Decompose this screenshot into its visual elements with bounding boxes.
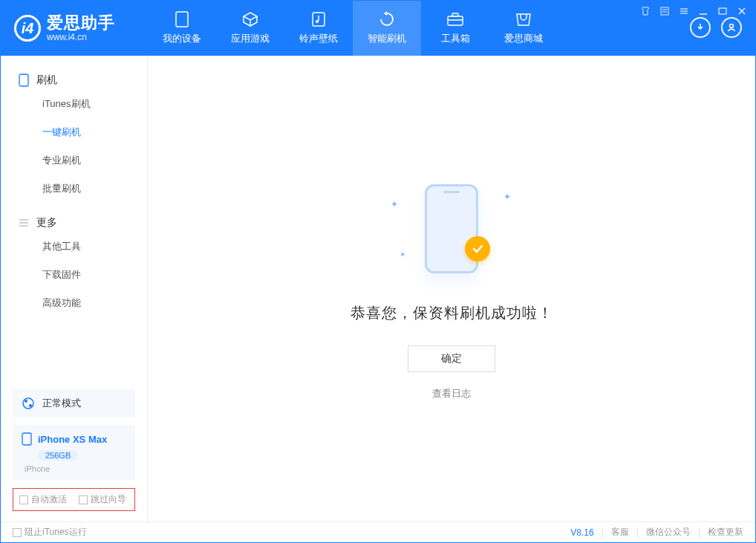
tab-toolbox[interactable]: 工具箱 <box>421 1 489 56</box>
phone-outline-icon <box>19 74 29 87</box>
sidebar-item-batch-flash[interactable]: 批量刷机 <box>1 175 147 203</box>
menu-icon[interactable] <box>659 5 671 17</box>
minimize-button[interactable] <box>697 5 709 17</box>
section-label: 更多 <box>36 216 57 230</box>
body: 刷机 iTunes刷机 一键刷机 专业刷机 批量刷机 更多 其他工具 下载固件 … <box>1 56 755 521</box>
success-illustration: ✦ ✦ ✦ <box>385 177 518 281</box>
svg-rect-17 <box>19 74 28 86</box>
music-icon <box>308 11 329 27</box>
tab-store[interactable]: 爱思商城 <box>489 1 558 56</box>
ok-button[interactable]: 确定 <box>408 345 495 372</box>
refresh-icon <box>377 11 397 27</box>
cube-icon <box>240 11 261 27</box>
status-right: V8.16 | 客服 | 微信公众号 | 检查更新 <box>570 526 743 539</box>
wechat-link[interactable]: 微信公众号 <box>646 526 691 539</box>
sidebar-item-pro-flash[interactable]: 专业刷机 <box>1 146 147 175</box>
list-icon <box>19 218 29 228</box>
support-link[interactable]: 客服 <box>611 526 629 539</box>
phone-icon <box>172 11 192 27</box>
status-left: 阻止iTunes运行 <box>13 526 87 539</box>
sidebar-section-flash: 刷机 <box>1 68 147 90</box>
user-button[interactable] <box>721 17 742 38</box>
separator: | <box>698 527 700 538</box>
svg-rect-13 <box>719 8 726 14</box>
svg-rect-6 <box>661 7 668 15</box>
list-icon[interactable] <box>678 5 690 17</box>
sidebar-item-download-firmware[interactable]: 下载固件 <box>1 261 147 289</box>
header-right <box>639 1 755 56</box>
auto-activate-label: 自动激活 <box>31 494 67 504</box>
sidebar-item-itunes-flash[interactable]: iTunes刷机 <box>1 90 147 118</box>
check-badge-icon <box>465 236 490 261</box>
tabs: 我的设备 应用游戏 铃声壁纸 智能刷机 工具箱 爱思商城 <box>148 1 558 56</box>
status-bar: 阻止iTunes运行 V8.16 | 客服 | 微信公众号 | 检查更新 <box>1 521 755 542</box>
svg-point-22 <box>25 400 27 403</box>
main-content: ✦ ✦ ✦ 恭喜您，保资料刷机成功啦！ 确定 查看日志 <box>148 56 755 521</box>
view-log-link[interactable]: 查看日志 <box>432 387 471 400</box>
sidebar-bottom: 正常模式 iPhone XS Max 256GB iPhone 自动激活 跳过向… <box>1 389 147 521</box>
logo-icon: i4 <box>14 15 41 42</box>
storage-badge: 256GB <box>38 450 78 461</box>
tab-label: 铃声壁纸 <box>299 32 338 45</box>
phone-graphic <box>425 184 478 273</box>
toolbox-icon <box>445 11 466 27</box>
sidebar-section-more: 更多 <box>1 210 147 233</box>
success-message: 恭喜您，保资料刷机成功啦！ <box>351 303 553 323</box>
options-box: 自动激活 跳过向导 <box>13 488 135 511</box>
svg-point-23 <box>29 404 32 407</box>
brand-text: 爱思助手 www.i4.cn <box>47 14 115 42</box>
auto-activate-checkbox[interactable]: 自动激活 <box>19 493 67 506</box>
close-button[interactable] <box>736 5 748 17</box>
skip-guide-checkbox[interactable]: 跳过向导 <box>79 493 126 506</box>
svg-rect-4 <box>452 13 458 16</box>
tab-label: 工具箱 <box>441 32 470 45</box>
sparkle-icon: ✦ <box>400 250 405 259</box>
svg-point-16 <box>730 25 734 28</box>
tab-my-device[interactable]: 我的设备 <box>148 1 216 56</box>
sparkle-icon: ✦ <box>504 192 511 202</box>
svg-rect-0 <box>176 12 188 27</box>
svg-point-2 <box>316 20 319 23</box>
mode-card[interactable]: 正常模式 <box>13 389 135 417</box>
check-update-link[interactable]: 检查更新 <box>708 526 743 539</box>
svg-rect-3 <box>448 16 463 25</box>
header: i4 爱思助手 www.i4.cn 我的设备 应用游戏 铃声壁纸 智能刷机 工具… <box>1 1 755 56</box>
sidebar-top: 刷机 iTunes刷机 一键刷机 专业刷机 批量刷机 更多 其他工具 下载固件 … <box>1 56 147 389</box>
tab-label: 我的设备 <box>163 32 201 45</box>
tshirt-icon[interactable] <box>639 5 651 17</box>
skip-guide-label: 跳过向导 <box>91 494 126 504</box>
svg-rect-24 <box>22 433 31 445</box>
tab-label: 爱思商城 <box>504 32 543 45</box>
sidebar: 刷机 iTunes刷机 一键刷机 专业刷机 批量刷机 更多 其他工具 下载固件 … <box>1 56 148 521</box>
download-button[interactable] <box>690 17 711 38</box>
store-icon <box>513 11 534 27</box>
device-name: iPhone XS Max <box>38 434 107 445</box>
block-itunes-checkbox[interactable]: 阻止iTunes运行 <box>13 526 87 539</box>
device-name-row: iPhone XS Max <box>22 432 126 446</box>
brand-title: 爱思助手 <box>47 14 115 32</box>
separator: | <box>636 527 639 538</box>
sidebar-item-oneclick-flash[interactable]: 一键刷机 <box>1 118 147 146</box>
block-itunes-label: 阻止iTunes运行 <box>25 527 87 537</box>
tab-smart-flash[interactable]: 智能刷机 <box>353 1 421 56</box>
profile-area <box>690 17 755 47</box>
window-controls <box>639 1 755 17</box>
sidebar-item-advanced[interactable]: 高级功能 <box>1 289 147 317</box>
device-icon <box>22 432 32 446</box>
logo-block: i4 爱思助手 www.i4.cn <box>1 1 148 56</box>
device-type: iPhone <box>25 464 126 473</box>
tab-ringtone-wallpaper[interactable]: 铃声壁纸 <box>284 1 353 56</box>
mode-icon <box>22 397 35 410</box>
version-label: V8.16 <box>570 527 593 538</box>
tab-label: 应用游戏 <box>231 32 270 45</box>
separator: | <box>602 527 604 538</box>
sparkle-icon: ✦ <box>391 199 398 209</box>
tab-label: 智能刷机 <box>368 32 406 45</box>
device-card[interactable]: iPhone XS Max 256GB iPhone <box>13 425 135 481</box>
maximize-button[interactable] <box>717 5 729 17</box>
sidebar-item-other-tools[interactable]: 其他工具 <box>1 233 147 261</box>
brand-url: www.i4.cn <box>47 33 115 42</box>
section-label: 刷机 <box>36 74 57 87</box>
tab-apps-games[interactable]: 应用游戏 <box>216 1 284 56</box>
mode-label: 正常模式 <box>42 397 81 410</box>
